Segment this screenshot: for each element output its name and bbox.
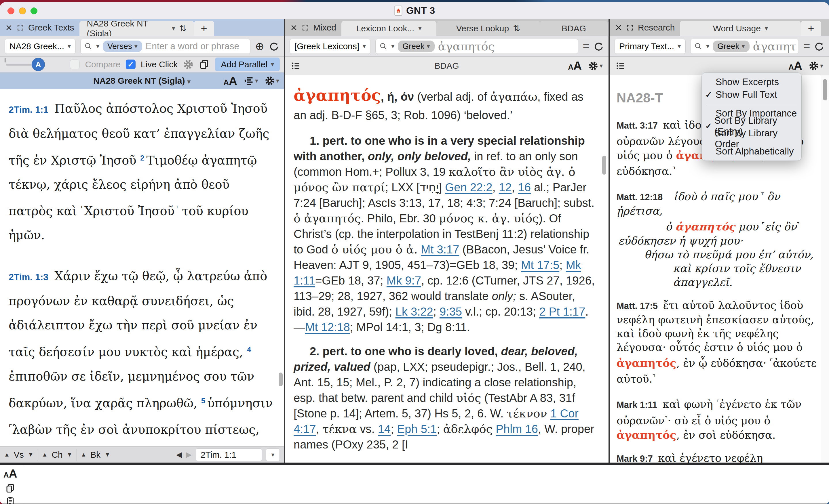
slider-knob[interactable]: A [32,58,45,71]
close-zone-icon[interactable] [290,24,298,31]
right-scrollbar-thumb[interactable] [823,79,827,101]
middle-scrollbar-thumb[interactable] [602,156,606,175]
text-size-icon[interactable]: AA [223,75,237,87]
chapter-up-icon[interactable]: ▲ [42,451,48,458]
text-segment: ὁ υἱός μου ὁ ἀ. [331,243,418,256]
chevron-down-icon[interactable]: ▾ [96,43,99,50]
menu-item[interactable]: ✓Show Full Text [702,88,801,101]
gear-icon[interactable]: ▾ [808,61,823,71]
right-scope-select[interactable]: Primary Text... ▾ [614,39,686,54]
verse-reference[interactable]: Matt. 17:5 [617,301,658,311]
right-scrollbar-track[interactable] [821,75,829,463]
clipboard-icon[interactable] [5,496,15,504]
chapter-down-icon[interactable]: ▼ [67,451,73,458]
verse-down-icon[interactable]: ▼ [28,451,34,458]
history-back-icon[interactable]: ◀ [176,450,182,459]
scripture-link[interactable]: 12 [499,181,512,194]
verse-reference[interactable]: Mark 9:7 [617,454,653,463]
tab-na28-greek-nt[interactable]: NA28 Greek NT (Sigla) ▾ ⇅ [79,21,194,36]
middle-scope-select[interactable]: [Greek Lexicons] ▾ [290,39,371,54]
add-tab-button[interactable]: + [608,21,609,36]
verse-reference[interactable]: 2Tim. 1:3 [9,272,48,282]
scripture-link[interactable]: Phlm 16 [496,423,538,435]
refresh-icon[interactable] [593,41,604,51]
left-content[interactable]: 2Tim. 1:1 Παῦλος ἀπόστολος Χριστοῦ Ἰησοῦ… [0,89,284,447]
search-lang-pill-greek[interactable]: Greek ▾ [398,41,434,52]
left-search-field[interactable]: ▾ Verses ▾ Enter a word or phrase [80,39,250,54]
refresh-icon[interactable] [814,41,824,51]
scripture-link[interactable]: 9:35 [439,305,462,318]
pages-icon[interactable] [5,483,15,493]
goto-verse-dropdown[interactable]: ▾ [266,449,280,461]
expand-zone-icon[interactable] [17,24,24,31]
bdag-paragraph: ἀγαπητός, ή, όν (verbal adj. of ἀγαπάω, … [294,86,597,124]
sort-arrows-icon[interactable]: ⇅ [513,23,520,33]
tab-bdag[interactable]: BDAG [540,21,608,36]
scripture-link[interactable]: 16 [518,181,531,194]
expand-zone-icon[interactable] [626,24,634,31]
middle-search-field[interactable]: ▾ Greek ▾ ἀγαπητός [375,39,578,54]
scripture-link[interactable]: Mt 12:18 [305,321,350,334]
add-tab-button[interactable]: + [194,21,214,36]
search-lang-pill-greek[interactable]: Greek ▾ [713,41,749,52]
menu-item[interactable]: Show Excerpts [702,76,801,88]
pages-icon[interactable] [199,59,210,70]
goto-verse-input[interactable]: 2Tim. 1:1 [196,449,262,461]
live-click-checkbox[interactable]: ✓ [126,60,136,69]
sort-arrows-icon[interactable]: ⇅ [179,23,186,33]
refresh-icon[interactable] [269,41,279,51]
compare-checkbox[interactable] [70,60,80,69]
tab-word-usage[interactable]: Word Usage ▾ [680,21,801,36]
tab-lexicon-lookup[interactable]: Lexicon Look... ▾ [341,21,436,36]
minimize-window-button[interactable] [19,7,26,14]
menu-item[interactable]: Sort Alphabetically [702,145,801,158]
scripture-link[interactable]: Mk 9:7 [387,274,421,287]
book-down-icon[interactable]: ▼ [105,451,110,458]
expand-zone-icon[interactable] [302,24,309,31]
scripture-link[interactable]: Mt 17:5 [521,259,559,271]
search-mode-pill-verses[interactable]: Verses ▾ [103,41,142,52]
chevron-down-icon[interactable]: ▾ [391,43,394,50]
scripture-link[interactable]: 14 [378,423,391,435]
chevron-down-icon[interactable]: ▾ [418,25,422,32]
verse-reference[interactable]: Matt. 3:17 [617,120,658,130]
book-up-icon[interactable]: ▲ [81,451,87,458]
close-window-button[interactable] [7,7,14,14]
entry-list-icon[interactable] [615,61,626,71]
text-size-icon[interactable]: AA [788,59,802,72]
left-scrollbar-thumb[interactable] [279,373,283,386]
chevron-down-icon[interactable]: ▾ [765,25,768,32]
scripture-link[interactable]: 2 Pt 1:17 [539,305,585,318]
verse-up-icon[interactable]: ▲ [4,451,10,458]
left-scope-select[interactable]: NA28 Greek... ▾ [5,39,76,54]
zoom-window-button[interactable] [31,7,37,14]
tab-verse-lookup[interactable]: Verse Lookup ⇅ [436,21,540,36]
scripture-link[interactable]: Gen 22:2 [445,181,493,194]
chevron-down-icon[interactable]: ▾ [172,25,175,32]
text-size-icon[interactable]: AA [568,59,582,72]
gear-icon[interactable]: ▾ [588,61,603,71]
verse-reference[interactable]: Matt. 12:18 [617,192,662,202]
text-size-icon[interactable]: AA [3,467,17,480]
gear-icon[interactable]: ▾ [264,76,279,86]
exact-match-icon[interactable]: = [803,40,809,53]
close-zone-icon[interactable] [615,24,622,31]
gear-icon[interactable] [183,59,194,70]
add-search-criteria-icon[interactable]: ⊕ [255,40,264,53]
add-tab-button[interactable]: + [801,21,821,36]
middle-content[interactable]: ἀγαπητός, ή, όν (verbal adj. of ἀγαπάω, … [285,75,609,463]
text-size-slider[interactable]: A [4,58,47,71]
verse-reference[interactable]: Mark 1:11 [617,400,657,410]
close-zone-icon[interactable] [5,24,13,31]
history-forward-icon[interactable]: ▶ [186,450,192,459]
add-parallel-button[interactable]: Add Parallel ▾ [215,57,280,71]
right-search-field[interactable]: ▾ Greek ▾ ἀγαπητ ▾ [690,39,798,54]
scripture-link[interactable]: Eph 5:1 [397,423,437,435]
exact-match-icon[interactable]: = [583,40,589,53]
verse-reference[interactable]: 2Tim. 1:1 [9,105,48,115]
chevron-down-icon[interactable]: ▾ [706,43,709,50]
scripture-link[interactable]: Mt 3:17 [421,243,459,256]
scripture-link[interactable]: Lk 3:22 [396,305,433,318]
paragraph-format-icon[interactable]: ▾ [244,76,258,86]
menu-item[interactable]: Sort By Library Order [702,132,801,145]
